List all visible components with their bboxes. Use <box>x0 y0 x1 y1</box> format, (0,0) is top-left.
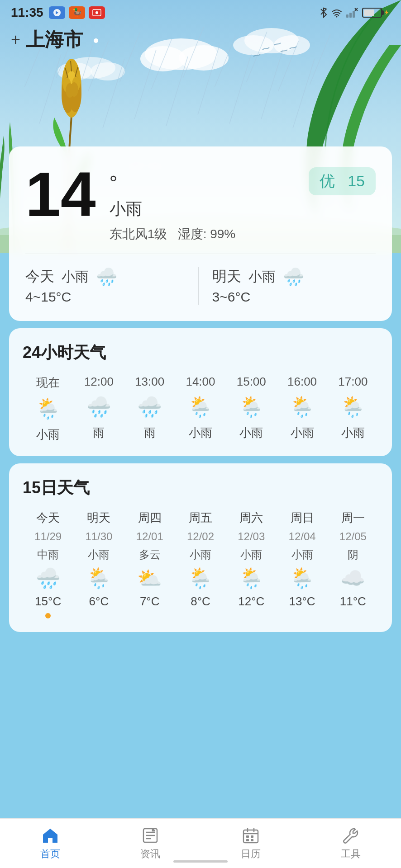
forecast-column: 周四 12/01 多云 ⛅ 7°C <box>124 510 175 618</box>
hour-item: 16:00 🌦️ 小雨 <box>277 375 327 443</box>
hour-icon: 🌦️ <box>340 395 365 419</box>
forecast-weather-icon: 🌦️ <box>239 566 264 590</box>
forecast-column: 周一 12/05 阴 ☁️ 11°C <box>328 510 378 618</box>
tomorrow-temp: 3~6°C <box>212 289 376 305</box>
aqi-badge: 优 15 <box>309 167 376 195</box>
gesture-bar <box>173 860 228 863</box>
status-time: 11:35 <box>11 5 43 20</box>
nav-home-label: 首页 <box>40 847 60 861</box>
forecast-weather-icon: 🌦️ <box>188 566 213 590</box>
nav-tools[interactable]: 工具 <box>341 826 361 861</box>
tomorrow-condition: 小雨 <box>248 268 276 286</box>
hour-item: 现在 🌦️ 小雨 <box>23 375 73 443</box>
hour-item: 15:00 🌦️ 小雨 <box>226 375 277 443</box>
low-temp-dot <box>248 613 254 618</box>
hour-item: 14:00 🌦️ 小雨 <box>175 375 226 443</box>
nav-news[interactable]: 资讯 <box>140 826 160 861</box>
status-bar: 11:35 🦆 <box>0 0 401 24</box>
add-city-button[interactable]: + <box>11 32 20 48</box>
hour-icon: 🌦️ <box>239 395 264 419</box>
svg-point-11 <box>91 62 125 80</box>
tomorrow-weather-icon: 🌧️ <box>283 267 304 287</box>
forecast-column: 周日 12/04 小雨 🌦️ 13°C <box>277 510 327 618</box>
svg-rect-68 <box>251 839 253 841</box>
low-temp-dot <box>350 613 356 618</box>
forecast-column: 周六 12/03 小雨 🌦️ 12°C <box>226 510 277 618</box>
forecast-column: 今天 11/29 中雨 🌧️ 15°C <box>23 510 73 618</box>
forecast-card: 15日天气 今天 11/29 中雨 🌧️ 15°C 明天 11/30 小雨 🌦️… <box>9 463 392 632</box>
nav-tools-label: 工具 <box>341 847 361 861</box>
today-weather-icon: 🌧️ <box>96 267 117 287</box>
current-weather-card: 14 ° 小雨 东北风1级 湿度: 99% 优 15 今天 <box>9 146 392 321</box>
city-indicator-dot <box>94 38 98 43</box>
app-icon-3 <box>89 6 105 19</box>
city-header: + 上海市 <box>0 24 401 56</box>
today-tomorrow-section: 今天 小雨 🌧️ 4~15°C 明天 小雨 🌧️ 3~6°C <box>25 267 376 305</box>
temperature-details: ° 小雨 东北风1级 湿度: 99% <box>110 163 300 243</box>
temperature-unit: ° <box>110 172 300 194</box>
svg-point-50 <box>95 11 98 14</box>
temperature-display: 14 <box>25 163 96 226</box>
hourly-scroll[interactable]: 现在 🌦️ 小雨 12:00 🌧️ 雨 13:00 🌧️ 雨 14:00 🌦️ … <box>23 375 378 443</box>
forecast-column: 周五 12/02 小雨 🌦️ 8°C <box>175 510 226 618</box>
today-label: 今天 <box>25 267 54 287</box>
forecast-weather-icon: 🌦️ <box>86 566 111 590</box>
svg-point-44 <box>70 82 78 97</box>
forecast-title: 15日天气 <box>23 477 378 499</box>
nav-calendar-label: 日历 <box>241 847 261 861</box>
status-right-icons <box>320 7 390 18</box>
forecast-column: 明天 11/30 小雨 🌦️ 6°C <box>73 510 124 618</box>
hourly-weather-card: 24小时天气 现在 🌦️ 小雨 12:00 🌧️ 雨 13:00 🌧️ 雨 14… <box>9 328 392 456</box>
nav-calendar[interactable]: 日历 <box>241 826 261 861</box>
today-section: 今天 小雨 🌧️ 4~15°C <box>25 267 198 305</box>
app-icon-2: 🦆 <box>69 6 85 19</box>
tomorrow-label: 明天 <box>212 267 241 287</box>
main-content: 14 ° 小雨 东北风1级 湿度: 99% 优 15 今天 <box>0 146 401 698</box>
hour-item: 12:00 🌧️ 雨 <box>73 375 124 443</box>
forecast-weather-icon: 🌧️ <box>36 566 61 590</box>
today-tomorrow-row: 今天 小雨 🌧️ 4~15°C 明天 小雨 🌧️ 3~6°C <box>25 254 376 305</box>
temperature-row: 14 ° 小雨 东北风1级 湿度: 99% 优 15 <box>25 163 376 243</box>
low-temp-dot <box>198 613 203 618</box>
city-name: 上海市 <box>26 27 83 52</box>
hour-icon: 🌦️ <box>36 397 61 420</box>
low-temp-dot <box>300 613 305 618</box>
hourly-title: 24小时天气 <box>23 342 378 364</box>
hour-item: 17:00 🌦️ 小雨 <box>328 375 378 443</box>
svg-rect-67 <box>246 839 249 841</box>
hour-icon: 🌧️ <box>137 395 162 419</box>
nav-home[interactable]: 首页 <box>40 826 60 861</box>
hour-item: 13:00 🌧️ 雨 <box>124 375 175 443</box>
weather-condition: 小雨 <box>110 198 300 220</box>
forecast-weather-icon: 🌦️ <box>290 566 315 590</box>
weather-wind-humidity: 东北风1级 湿度: 99% <box>110 226 300 243</box>
hour-icon: 🌧️ <box>86 395 111 419</box>
app-icon-1 <box>49 6 65 19</box>
forecast-weather-icon: ☁️ <box>340 566 365 590</box>
forecast-grid: 今天 11/29 中雨 🌧️ 15°C 明天 11/30 小雨 🌦️ 6°C 周… <box>23 510 378 618</box>
low-temp-dot <box>147 613 153 618</box>
today-condition: 小雨 <box>62 268 89 286</box>
forecast-weather-icon: ⛅ <box>137 566 162 590</box>
svg-rect-52 <box>346 14 348 18</box>
low-temp-dot <box>45 613 51 618</box>
svg-point-51 <box>336 16 338 18</box>
hour-icon: 🌦️ <box>290 395 315 419</box>
hour-icon: 🌦️ <box>188 395 213 419</box>
svg-rect-66 <box>251 835 253 838</box>
svg-rect-53 <box>349 13 352 18</box>
low-temp-dot <box>96 613 101 618</box>
svg-rect-54 <box>353 11 355 18</box>
nav-news-label: 资讯 <box>140 847 160 861</box>
today-temp: 4~15°C <box>25 289 189 305</box>
tomorrow-section: 明天 小雨 🌧️ 3~6°C <box>199 267 376 305</box>
svg-rect-65 <box>246 835 249 838</box>
